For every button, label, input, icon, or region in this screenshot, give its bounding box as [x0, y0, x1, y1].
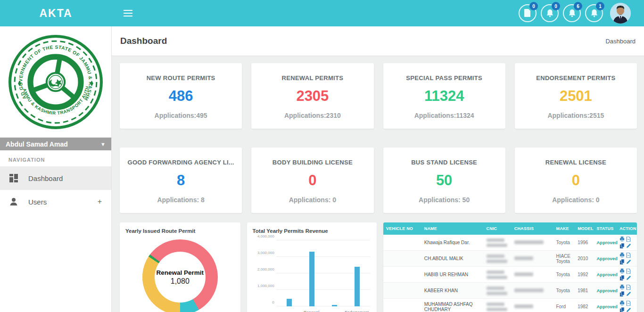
y-tick: 4,000,000	[257, 234, 274, 238]
bell-icon	[568, 9, 576, 17]
stat-title: RENEWAL PERMITS	[251, 74, 373, 82]
stat-card-renewal-license: RENEWAL LICENSE 0 Applications: 0	[515, 148, 637, 213]
document-icon[interactable]	[626, 237, 631, 242]
bar-series-2[interactable]	[332, 305, 337, 306]
chassis-redacted	[514, 304, 533, 308]
owner-name: Khawaja Rafique Dar.	[421, 238, 484, 247]
copy-icon[interactable]	[619, 307, 625, 312]
donut-chart[interactable]: Renewal Permit 1,080	[142, 239, 218, 312]
document-icon[interactable]	[626, 269, 631, 274]
stat-value: 50	[383, 172, 505, 189]
make: Ford	[553, 302, 575, 311]
stat-card-special-pass-permits: SPECIAL PASS PERMITS 11324 Applications:…	[383, 63, 505, 129]
stat-applications: Applications: 8	[120, 196, 242, 204]
cnic-redacted	[487, 287, 504, 290]
cnic-redacted	[487, 238, 504, 242]
print-icon[interactable]	[619, 269, 625, 274]
document-icon[interactable]	[626, 253, 631, 258]
col-header-chassis: CHASSIS	[512, 222, 553, 235]
expand-plus-icon[interactable]: +	[98, 197, 102, 206]
stat-value: 11324	[383, 88, 505, 105]
edit-pencil-icon[interactable]	[626, 243, 631, 248]
document-icon[interactable]	[626, 285, 631, 290]
bar-series-0[interactable]	[287, 299, 292, 306]
stat-card-new-route-permits: NEW ROUTE PERMITS 486 Applications:495	[120, 63, 242, 129]
stat-value: 2501	[515, 88, 637, 105]
donut-chart-card: Yearly Issued Route Permit Renewal Permi…	[120, 222, 240, 312]
stat-applications: Applications:495	[120, 112, 242, 119]
row-actions	[617, 251, 637, 266]
sidebar-item-users[interactable]: Users +	[0, 190, 111, 213]
col-header-model: MODEL	[575, 222, 594, 235]
notifications-button[interactable]: 6	[563, 4, 581, 22]
stat-card-renewal-permits: RENEWAL PERMITS 2305 Applications:2310	[251, 63, 373, 129]
print-icon[interactable]	[619, 237, 625, 242]
edit-pencil-icon[interactable]	[626, 275, 631, 280]
model: 2010	[575, 254, 594, 263]
print-icon[interactable]	[619, 253, 625, 258]
col-header-cnic: CNIC	[484, 222, 512, 235]
print-icon[interactable]	[619, 301, 625, 306]
status-badge: Approved	[594, 254, 617, 263]
donut-center: Renewal Permit 1,080	[155, 252, 206, 303]
alerts-button[interactable]: 0	[541, 4, 559, 22]
documents-button[interactable]: 0	[519, 4, 537, 22]
bar-chart[interactable]: 0 1,000,000 2,000,000 3,000,000 4,000,00…	[254, 240, 372, 312]
stat-title: RENEWAL LICENSE	[515, 159, 637, 166]
cnic-redacted	[487, 271, 504, 274]
copy-icon[interactable]	[619, 243, 625, 248]
model: 1996	[575, 238, 594, 247]
bar-series-1[interactable]	[309, 252, 314, 306]
sidebar-item-dashboard[interactable]: Dashboard	[0, 166, 111, 190]
dashboard-grid-icon	[9, 174, 18, 182]
donut-chart-title: Yearly Issued Route Permit	[120, 222, 240, 236]
row-actions	[617, 235, 637, 250]
status-badge: Approved	[594, 270, 617, 279]
make: Toyota	[553, 286, 575, 295]
bar-series-3[interactable]	[355, 267, 360, 306]
header-actions: 0 0 6 1	[519, 3, 644, 24]
table-row: MUHAMMAD ASHFAQ CHUDHARY Ford 1982 Appro…	[383, 299, 637, 312]
nav-section-label: NAVIGATION	[0, 150, 111, 166]
model: 1982	[575, 302, 594, 311]
menu-toggle-icon[interactable]	[124, 8, 132, 18]
document-icon[interactable]	[626, 301, 631, 306]
chassis-redacted	[514, 240, 544, 244]
edit-pencil-icon[interactable]	[626, 307, 631, 312]
col-header-action: ACTION	[617, 222, 637, 235]
row-actions	[617, 283, 637, 298]
print-icon[interactable]	[619, 285, 625, 290]
y-tick: 1,000,000	[257, 284, 274, 288]
bottom-row: Yearly Issued Route Permit Renewal Permi…	[120, 222, 637, 312]
model: 1981	[575, 286, 594, 295]
stat-title: ENDORSEMENT PERMITS	[515, 74, 637, 82]
make: HIACE Toyota	[553, 252, 575, 266]
documents-icon	[524, 9, 531, 17]
copy-icon[interactable]	[619, 259, 625, 264]
copy-icon[interactable]	[619, 291, 625, 296]
edit-pencil-icon[interactable]	[626, 291, 631, 296]
cnic-redacted	[487, 260, 507, 263]
edit-pencil-icon[interactable]	[626, 259, 631, 264]
user-menu[interactable]: Abdul Samad Amad ▼	[0, 138, 111, 150]
chevron-down-icon: ▼	[100, 141, 106, 147]
user-avatar[interactable]	[610, 3, 631, 24]
y-tick: 3,000,000	[257, 251, 274, 255]
x-label: Renewal	[304, 310, 319, 312]
sidebar-item-label: Users	[28, 198, 47, 206]
user-name: Abdul Samad Amad	[6, 140, 68, 148]
cnic-redacted	[487, 244, 507, 247]
messages-button[interactable]: 1	[585, 4, 603, 22]
stat-value: 486	[120, 88, 242, 105]
stat-applications: Applications: 0	[515, 196, 637, 204]
notification-badge: 0	[529, 2, 538, 10]
table-row: Khawaja Rafique Dar. Toyota 1996 Approve…	[383, 235, 637, 251]
copy-icon[interactable]	[619, 275, 625, 280]
cnic-redacted	[487, 255, 504, 258]
stat-card-bus-stand-license: BUS STAND LICENSE 50 Applications: 50	[383, 148, 505, 213]
x-label: Endorsement	[345, 310, 369, 312]
notification-badge: 0	[552, 2, 560, 10]
status-badge: Approved	[594, 286, 617, 295]
breadcrumb[interactable]: Dashboard	[605, 38, 636, 45]
row-actions	[617, 299, 637, 312]
